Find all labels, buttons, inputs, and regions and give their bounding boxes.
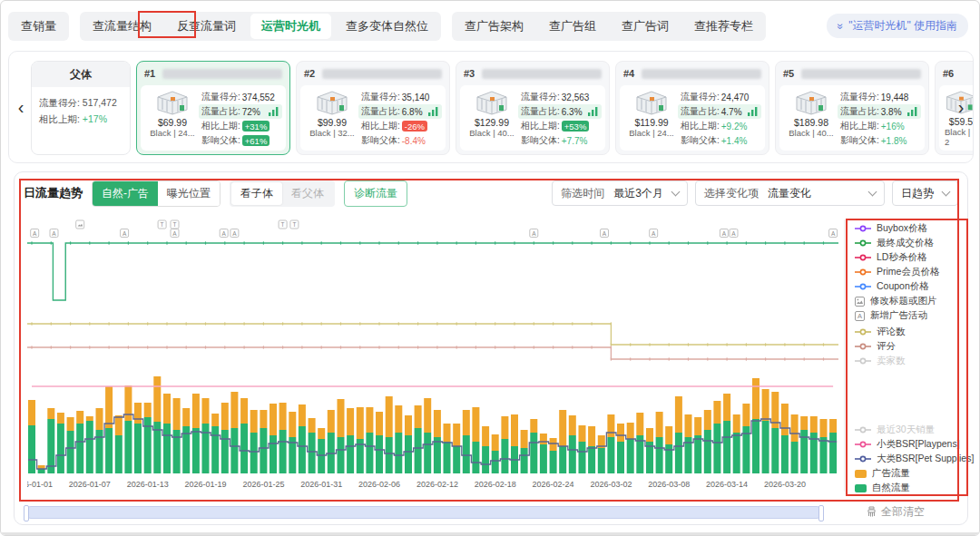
legend-item-评分[interactable]: 评分 bbox=[855, 339, 906, 354]
card-variant: Black | 2 bbox=[945, 127, 974, 147]
card-impact: 影响父体:+61% bbox=[199, 133, 282, 148]
mode-exposure[interactable]: 曝光位置 bbox=[158, 181, 220, 206]
parent-score: 流量得分: 517,472 bbox=[39, 94, 122, 111]
tab-反查流量词[interactable]: 反查流量词 bbox=[164, 12, 249, 41]
parent-vs-prev: 相比上期: +17% bbox=[39, 111, 122, 127]
ad-campaign-icon: A bbox=[855, 311, 865, 321]
scope-toggle: 看子体 看父体 bbox=[230, 180, 335, 207]
parent-card[interactable]: 父体 流量得分: 517,472 相比上期: +17% bbox=[31, 61, 131, 155]
svg-text:A: A bbox=[122, 230, 127, 237]
legend-divider bbox=[844, 219, 845, 492]
legend-item-卖家数[interactable]: 卖家数 bbox=[855, 354, 906, 368]
card-impact: 影响父体:-8.4% bbox=[358, 133, 442, 148]
tab-查广告组[interactable]: 查广告组 bbox=[536, 12, 609, 41]
carousel-next-button[interactable]: › bbox=[953, 97, 969, 118]
x-axis-labels: 2026-01-012026-01-072026-01-132026-01-19… bbox=[27, 480, 806, 489]
card-vs-prev-value: -26% bbox=[402, 121, 427, 132]
legend-item-label: 广告流量 bbox=[872, 467, 910, 480]
card-share: 流量占比:6.3% bbox=[518, 104, 602, 119]
variation-card-#1[interactable]: #1 $69.99 Black | 24... 流量得分:374,552 流量占… bbox=[136, 61, 290, 155]
chevron-down-icon bbox=[942, 187, 951, 196]
legend-item-新增广告活动[interactable]: A新增广告活动 bbox=[855, 308, 939, 323]
tab-查多变体自然位[interactable]: 查多变体自然位 bbox=[333, 12, 441, 41]
card-vs-prev-value: +53% bbox=[562, 121, 590, 132]
clear-all-label: 全部清空 bbox=[881, 504, 925, 520]
brush-right-handle[interactable] bbox=[818, 505, 824, 521]
diagnose-traffic-button[interactable]: 诊断流量 bbox=[344, 180, 407, 207]
usage-guide-link[interactable]: » "运营时光机" 使用指南 bbox=[827, 14, 968, 38]
legend-item-修改标题或图片[interactable]: 修改标题或图片 bbox=[855, 294, 939, 308]
reviews-line bbox=[27, 324, 838, 345]
chart-toolbar: 日流量趋势 自然-广告 曝光位置 看子体 看父体 诊断流量 筛选时间 最近3个月… bbox=[24, 180, 958, 207]
legend-item-最终成交价格[interactable]: 最终成交价格 bbox=[855, 236, 939, 250]
card-rank: #1 bbox=[144, 68, 155, 79]
variation-card-#5[interactable]: #5 $189.98 Black | 40... 流量得分:19,448 流量占… bbox=[775, 61, 929, 155]
card-title-redacted bbox=[482, 69, 602, 79]
brush-left-handle[interactable] bbox=[24, 505, 29, 521]
change-item-select[interactable]: 选择变化项 流量变化 bbox=[695, 180, 885, 206]
tab-查销量[interactable]: 查销量 bbox=[8, 12, 69, 41]
legend-item-评论数[interactable]: 评论数 bbox=[855, 325, 906, 339]
trend-granularity-select[interactable]: 日趋势 bbox=[892, 180, 958, 206]
legend-item-Prime会员价格[interactable]: Prime会员价格 bbox=[855, 265, 939, 279]
legend-line-marker bbox=[855, 225, 871, 232]
card-impact: 影响父体:+7.7% bbox=[518, 133, 602, 148]
trend-mini-chart-icon bbox=[269, 107, 279, 116]
mode-toggle: 自然-广告 曝光位置 bbox=[92, 180, 220, 207]
card-score: 流量得分:32,563 bbox=[518, 90, 602, 104]
tab-查流量结构[interactable]: 查流量结构 bbox=[80, 12, 164, 41]
legend-item-Buybox价格[interactable]: Buybox价格 bbox=[855, 221, 939, 236]
time-range-value: 最近3个月 bbox=[613, 186, 663, 201]
legend-line-marker bbox=[855, 441, 871, 448]
change-item-label: 选择变化项 bbox=[704, 186, 759, 201]
card-title-redacted bbox=[322, 69, 442, 79]
scope-child[interactable]: 看子体 bbox=[231, 182, 282, 205]
card-vs-prev: 相比上期:+16% bbox=[838, 119, 921, 133]
carousel-prev-button[interactable]: ‹ bbox=[13, 97, 29, 118]
clear-all-button[interactable]: 全部清空 bbox=[866, 504, 925, 520]
legend-line-marker bbox=[855, 426, 871, 434]
variation-card-#3[interactable]: #3 $129.99 Black | 40... 流量得分:32,563 流量占… bbox=[456, 61, 610, 155]
scope-parent[interactable]: 看父体 bbox=[282, 182, 333, 205]
trend-mini-chart-icon bbox=[907, 107, 918, 116]
chart-range-brush[interactable] bbox=[24, 506, 823, 519]
svg-text:2026-03-02: 2026-03-02 bbox=[590, 480, 632, 489]
legend-swatch bbox=[855, 484, 867, 492]
variation-card-#2[interactable]: #2 $99.99 Black | 32... 流量得分:35,140 流量占比… bbox=[296, 61, 450, 155]
time-range-select[interactable]: 筛选时间 最近3个月 bbox=[552, 180, 688, 206]
card-title-redacted bbox=[801, 69, 921, 79]
svg-text:A: A bbox=[722, 230, 727, 237]
card-rank: #2 bbox=[304, 68, 315, 79]
svg-text:A: A bbox=[652, 230, 656, 237]
mode-nature-ad[interactable]: 自然-广告 bbox=[93, 181, 158, 206]
page-bottom-border bbox=[1, 532, 979, 535]
svg-text:A: A bbox=[532, 230, 536, 237]
legend-item-小类BSR[Playpens][interactable]: 小类BSR[Playpens] bbox=[855, 437, 974, 452]
legend-item-Coupon价格[interactable]: Coupon价格 bbox=[855, 279, 939, 294]
card-rank: #3 bbox=[464, 68, 475, 79]
traffic-trend-chart[interactable]: TTTTAAAAAAAAAAAA2026-01-012026-01-072026… bbox=[27, 219, 838, 492]
change-item-value: 流量变化 bbox=[768, 186, 811, 201]
legend-item-大类BSR[Pet Supplies][interactable]: 大类BSR[Pet Supplies] bbox=[855, 452, 974, 466]
legend-item-label: 新增广告活动 bbox=[870, 309, 927, 322]
legend-item-最近30天销量[interactable]: 最近30天销量 bbox=[855, 423, 974, 437]
legend-item-广告流量[interactable]: 广告流量 bbox=[855, 466, 974, 481]
card-price: $59.5 bbox=[949, 116, 973, 127]
tab-查广告词[interactable]: 查广告词 bbox=[609, 12, 681, 41]
product-image bbox=[155, 90, 190, 115]
tab-查广告架构[interactable]: 查广告架构 bbox=[452, 12, 536, 41]
card-variant: Black | 32... bbox=[309, 128, 354, 138]
legend-item-LD秒杀价格[interactable]: LD秒杀价格 bbox=[855, 250, 939, 265]
tab-查推荐专栏[interactable]: 查推荐专栏 bbox=[681, 12, 766, 41]
trend-mini-chart-icon bbox=[588, 107, 599, 116]
tab-运营时光机[interactable]: 运营时光机 bbox=[250, 14, 331, 39]
legend-item-自然流量[interactable]: 自然流量 bbox=[855, 481, 974, 495]
variation-card-#4[interactable]: #4 $119.99 Black | 24... 流量得分:24,470 流量占… bbox=[615, 61, 769, 155]
chart-title: 日流量趋势 bbox=[24, 185, 83, 201]
card-impact-value: -8.4% bbox=[402, 136, 426, 146]
card-vs-prev-value: +9.2% bbox=[721, 122, 748, 132]
svg-text:A: A bbox=[52, 230, 56, 237]
svg-text:A: A bbox=[222, 230, 227, 237]
legend-item-label: 小类BSR[Playpens] bbox=[877, 438, 960, 451]
card-impact-value: +7.7% bbox=[562, 136, 588, 146]
